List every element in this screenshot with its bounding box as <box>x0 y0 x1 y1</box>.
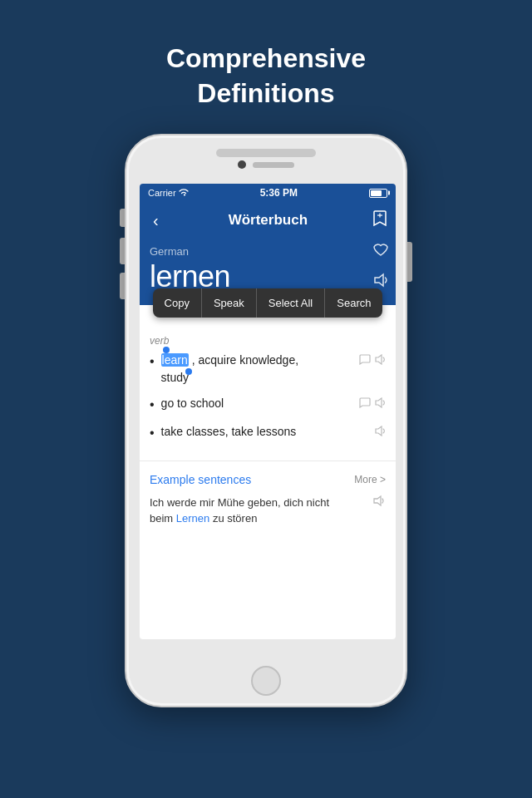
screen: Carrier 5:36 PM ‹ Wörte <box>140 184 396 639</box>
phone-shell: Carrier 5:36 PM ‹ Wörte <box>125 134 407 707</box>
battery-fill <box>371 190 382 196</box>
battery-icon <box>369 189 387 198</box>
def-text-1: learn , acquire knowledge,study <box>161 352 354 387</box>
def-text-3: take classes, take lessons <box>161 423 369 441</box>
page-title: Comprehensive Definitions <box>166 42 366 111</box>
def-icons-1 <box>359 352 386 370</box>
more-button[interactable]: More > <box>354 474 386 485</box>
svg-marker-2 <box>375 274 383 286</box>
status-time: 5:36 PM <box>260 187 298 199</box>
svg-marker-4 <box>376 398 382 407</box>
definition-item-1: • learn , acquire knowledge,study <box>150 352 386 387</box>
context-menu: Copy Speak Select All Search <box>140 288 396 318</box>
svg-marker-3 <box>376 355 382 364</box>
def-icons-3 <box>374 423 386 441</box>
carrier-label: Carrier <box>148 188 176 198</box>
example-text-2: zu stören <box>209 512 257 525</box>
select-all-button[interactable]: Select All <box>257 288 325 318</box>
examples-content: Ich werde mir Mühe geben, dich nichtbeim… <box>140 491 396 534</box>
svg-marker-5 <box>376 426 382 436</box>
highlight-wrap: learn <box>161 353 192 367</box>
bookmark-button[interactable] <box>372 209 387 231</box>
svg-marker-6 <box>374 496 381 505</box>
phone-top-bar <box>216 149 316 157</box>
heart-icon[interactable] <box>372 242 389 261</box>
speak-button[interactable]: Speak <box>202 288 257 318</box>
navigation-bar: ‹ Wörterbuch <box>140 202 396 239</box>
language-label: German <box>150 245 386 258</box>
search-button[interactable]: Search <box>325 288 382 318</box>
nav-title: Wörterbuch <box>229 212 308 229</box>
def-icons-2 <box>359 395 386 413</box>
bubble-icon-1[interactable] <box>359 353 371 370</box>
bullet-2: • <box>150 396 155 414</box>
context-menu-inner: Copy Speak Select All Search <box>153 288 383 318</box>
definitions-area: verb • learn , acquire knowledge,study <box>140 325 396 457</box>
side-icons <box>372 239 389 292</box>
speaker-bar <box>253 162 294 168</box>
definition-item-3: • take classes, take lessons <box>150 423 386 442</box>
def-text-wrap-3: take classes, take lessons <box>161 423 386 441</box>
phone-mockup: Carrier 5:36 PM ‹ Wörte <box>125 134 407 716</box>
examples-text: Ich werde mir Mühe geben, dich nichtbeim… <box>150 495 367 527</box>
power-button <box>407 242 412 282</box>
bullet-1: • <box>150 352 155 371</box>
part-of-speech: verb <box>150 335 386 347</box>
speaker-icon-2[interactable] <box>374 397 386 413</box>
copy-button[interactable]: Copy <box>153 288 202 318</box>
back-button[interactable]: ‹ <box>148 208 164 234</box>
examples-title: Example sentences <box>150 473 251 486</box>
example-link-word[interactable]: Lernen <box>176 512 209 525</box>
def-text-wrap-1: learn , acquire knowledge,study <box>161 352 386 387</box>
wifi-icon <box>179 188 189 198</box>
phone-camera-area <box>238 160 294 169</box>
camera-dot <box>238 160 246 169</box>
def-text-wrap-2: go to school <box>161 395 386 413</box>
section-divider <box>140 461 396 461</box>
highlighted-word: learn <box>161 353 189 367</box>
def-text-2: go to school <box>161 395 354 412</box>
carrier-info: Carrier <box>148 188 189 198</box>
speaker-icon-1[interactable] <box>374 353 386 370</box>
bullet-3: • <box>150 424 155 442</box>
speaker-icon-3[interactable] <box>374 425 386 441</box>
status-bar: Carrier 5:36 PM <box>140 184 396 202</box>
selection-handle-top <box>163 347 170 353</box>
definition-item-2: • go to school <box>150 395 386 414</box>
examples-header: Example sentences More > <box>140 465 396 491</box>
bubble-icon-2[interactable] <box>359 397 371 413</box>
home-button[interactable] <box>251 666 281 696</box>
examples-speaker-icon[interactable] <box>372 495 386 510</box>
selection-handle-bottom <box>185 368 192 375</box>
